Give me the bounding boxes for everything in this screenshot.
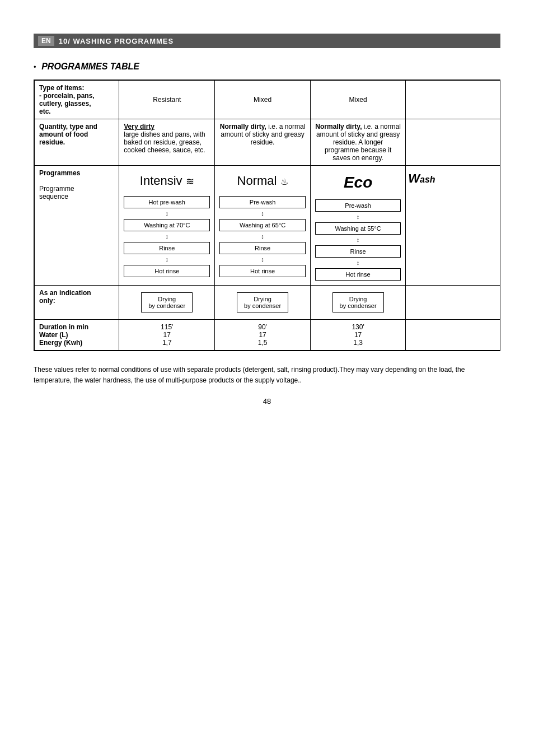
wash-name-cell: Wash: [406, 166, 500, 286]
section-title-bar: 10/ WASHING PROGRAMMES: [59, 37, 174, 45]
page-number: 48: [34, 397, 500, 405]
normal-step2: Washing at 65°C: [219, 219, 306, 231]
intensiv-step3: Rinse: [124, 242, 210, 254]
normal-arrow2: ↕: [219, 234, 306, 240]
intensiv-step4: Hot rinse: [124, 265, 210, 277]
normal-dirty-label: Normally dirty,: [220, 123, 266, 130]
lang-label: EN: [38, 36, 54, 46]
eco-drying: Dryingby condenser: [310, 286, 405, 320]
normal-step1: Pre-wash: [219, 196, 306, 208]
normal-arrow1: ↕: [219, 211, 306, 217]
eco-sequence-cell: Eco Pre-wash ↕ Washing at 55°C ↕ Rinse ↕…: [310, 166, 405, 286]
quantity-label-text: Quantity, type andamount of foodresidue.: [39, 123, 97, 146]
duration-label-text: Duration in minWater (L)Energy (Kwh): [39, 323, 88, 347]
eco-type: Mixed: [310, 81, 405, 119]
normal-duration: 90'171,5: [215, 320, 311, 351]
normal-drying: Dryingby condenser: [215, 286, 311, 320]
intensiv-dirty-desc: large dishes and pans, with baked on res…: [124, 130, 205, 154]
intensiv-drying-box: Dryingby condenser: [141, 292, 193, 312]
eco-name: Eco: [315, 168, 401, 197]
eco-duration-val: 130'171,3: [352, 323, 364, 347]
intensiv-type-text: Resistant: [153, 96, 181, 104]
type-label: Type of items:- porcelain, pans,cutlery,…: [35, 81, 119, 119]
eco-arrow2: ↕: [315, 237, 401, 243]
intensiv-name-text: Intensiv: [140, 174, 186, 188]
intensiv-duration: 115'171,7: [119, 320, 215, 351]
programme-names-row: Programmes Programmesequence Intensiv ≋ …: [35, 166, 500, 286]
arrow2: ↕: [124, 234, 210, 240]
eco-quantity: Normally dirty, i.e. a normal amount of …: [310, 119, 405, 166]
arrow3: ↕: [124, 256, 210, 263]
indication-label-text: As an indicationonly:: [39, 289, 91, 305]
bullet-icon: •: [34, 63, 36, 71]
quantity-label: Quantity, type andamount of foodresidue.: [35, 119, 119, 166]
eco-arrow3: ↕: [315, 260, 401, 266]
type-of-items-row: Type of items:- porcelain, pans,cutlery,…: [35, 81, 500, 119]
intensiv-duration-val: 115'171,7: [161, 323, 173, 347]
eco-arrow1: ↕: [315, 214, 401, 220]
eco-dirty-label: Normally dirty,: [315, 123, 362, 130]
normal-name: Normal ♨: [219, 168, 306, 194]
normal-step3: Rinse: [219, 242, 306, 254]
intensiv-step1: Hot pre-wash: [124, 196, 210, 208]
wash-quantity: [406, 119, 500, 166]
programmes-table: Type of items:- porcelain, pans,cutlery,…: [34, 80, 500, 351]
intensiv-name: Intensiv ≋: [124, 168, 210, 194]
section-heading: • PROGRAMMES TABLE: [34, 62, 500, 72]
eco-drying-box: Dryingby condenser: [332, 292, 384, 312]
wash-name-text: Wash: [408, 171, 498, 186]
intensiv-drying: Dryingby condenser: [119, 286, 215, 320]
eco-type-text: Mixed: [349, 96, 367, 104]
eco-step4: Hot rinse: [315, 268, 401, 281]
quantity-row: Quantity, type andamount of foodresidue.…: [35, 119, 500, 166]
normal-drying-box: Dryingby condenser: [237, 292, 288, 312]
indication-label: As an indicationonly:: [35, 286, 119, 320]
eco-duration: 130'171,3: [310, 320, 405, 351]
programmes-label-text: Programmes: [39, 169, 80, 177]
normal-name-text: Normal: [237, 174, 280, 188]
arrow1: ↕: [124, 211, 210, 217]
wash-type: [406, 81, 500, 119]
footer-note: These values refer to normal conditions …: [34, 365, 500, 386]
intensiv-icon: ≋: [186, 176, 194, 187]
intensiv-dirty-label: Very dirty: [124, 123, 154, 130]
programme-sequence-label: Programmesequence: [39, 185, 74, 200]
duration-label: Duration in minWater (L)Energy (Kwh): [35, 320, 119, 351]
intensiv-step2: Washing at 70°C: [124, 219, 210, 231]
page: EN 10/ WASHING PROGRAMMES • PROGRAMMES T…: [0, 0, 534, 428]
type-label-text: Type of items:- porcelain, pans,cutlery,…: [39, 84, 95, 115]
intensiv-type: Resistant: [119, 81, 215, 119]
normal-type: Mixed: [215, 81, 311, 119]
normal-arrow3: ↕: [219, 256, 306, 263]
normal-quantity: Normally dirty, i.e. a normal amount of …: [215, 119, 311, 166]
normal-icon: ♨: [280, 177, 288, 186]
programmes-table-title: PROGRAMMES TABLE: [41, 62, 139, 71]
normal-duration-val: 90'171,5: [258, 323, 268, 347]
eco-step1: Pre-wash: [315, 199, 401, 212]
intensiv-sequence-cell: Intensiv ≋ Hot pre-wash ↕ Washing at 70°…: [119, 166, 215, 286]
normal-sequence-cell: Normal ♨ Pre-wash ↕ Washing at 65°C ↕ Ri…: [215, 166, 311, 286]
eco-step3: Rinse: [315, 245, 401, 258]
drying-row: As an indicationonly: Dryingby condenser…: [35, 286, 500, 320]
wash-drying: [406, 286, 500, 320]
intensiv-quantity: Very dirty large dishes and pans, with b…: [119, 119, 215, 166]
eco-step2: Washing at 55°C: [315, 222, 401, 235]
programmes-label: Programmes Programmesequence: [35, 166, 119, 286]
wash-duration: [406, 320, 500, 351]
duration-row: Duration in minWater (L)Energy (Kwh) 115…: [35, 320, 500, 351]
normal-type-text: Mixed: [254, 96, 271, 104]
header-bar: EN 10/ WASHING PROGRAMMES: [34, 34, 500, 48]
eco-name-text: Eco: [344, 174, 372, 191]
normal-step4: Hot rinse: [219, 265, 306, 277]
